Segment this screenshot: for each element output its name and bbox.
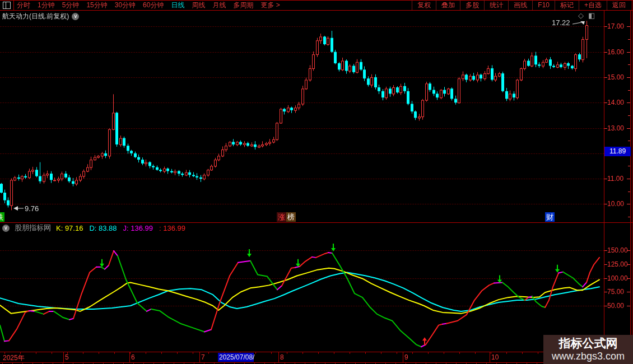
tools-menu: 复权叠加多股统计画线F10标记+自选返回 [412,0,631,10]
menu-item-60分钟[interactable]: 60分钟 [143,0,164,10]
indicator-header: ∨ 股朋指标网 K: 97.16D: 83.88J: 136.99: 136.9… [2,223,185,232]
chart-tools: ◇ ◧ [578,11,595,20]
menu-item-15分钟[interactable]: 15分钟 [86,0,107,10]
low-annotation: 9.76 [25,204,39,213]
price-axis-label: 14.00 [607,99,631,106]
menu-item-日线[interactable]: 日线 [171,0,184,10]
panel-divider-line [0,222,633,223]
chart-title: 航天动力(日线.前复权) [2,12,69,21]
date-axis-label: 7 [201,353,205,361]
menu-item-1分钟[interactable]: 1分钟 [38,0,55,10]
indicator-name: 股朋指标网 [15,223,51,233]
menu-item-多周期[interactable]: 多周期 [233,0,253,10]
price-axis-label: 17.00 [607,22,631,30]
menu-item-+自选[interactable]: +自选 [579,0,607,10]
price-axis-label: 15.00 [607,73,631,81]
period-menu: 分时1分钟5分钟15分钟30分钟60分钟日线周线月线多周期更多 > [17,0,280,10]
date-axis-label: 2025年 [3,353,25,363]
chart-title-bar: 航天动力(日线.前复权) ∨ [2,12,79,21]
menu-item-标记[interactable]: 标记 [555,0,579,10]
high-annotation: 17.22 [552,18,570,27]
chevron-down-icon[interactable]: ∨ [72,13,79,20]
chart-canvas[interactable] [0,0,633,364]
watermark-title: 指标公式网 [559,337,618,350]
right-border [632,0,632,364]
ticker-item-跌[interactable]: 跌 [0,212,4,222]
ticker-item-涨[interactable]: 涨 [277,212,286,222]
indicator-value-: : 136.99 [159,224,185,232]
date-axis-bottom-line [0,362,633,363]
price-axis-label: 16.00 [607,48,631,56]
menu-item-更多 >[interactable]: 更多 > [260,0,280,10]
menu-item-画线[interactable]: 画线 [508,0,532,10]
ticker-item-财[interactable]: 财 [545,212,555,222]
selected-date-badge: 2025/07/08/二 [218,353,254,362]
split-panel-icon[interactable]: ◧ [588,11,595,20]
menu-item-统计[interactable]: 统计 [484,0,508,10]
date-axis-label: 9 [404,353,408,361]
current-price-badge: 11.89 [604,147,631,156]
date-axis-label: 10 [491,353,499,361]
indicator-value-J: J: 136.99 [123,224,153,232]
ticker-item-榜[interactable]: 榜 [286,212,296,222]
price-axis-label: 11.00 [607,175,631,183]
top-menu-bar: 分时1分钟5分钟15分钟30分钟60分钟日线周线月线多周期更多 > 复权叠加多股… [0,0,633,10]
price-axis-label: 10.00 [607,200,631,208]
menu-item-F10[interactable]: F10 [532,0,555,10]
indicator-axis-label: 150.00 [607,246,631,254]
axis-separator-line [604,10,604,362]
menu-item-多股[interactable]: 多股 [460,0,484,10]
indicator-value-K: K: 97.16 [56,224,83,232]
menu-item-复权[interactable]: 复权 [412,0,436,10]
menu-item-叠加[interactable]: 叠加 [436,0,460,10]
indicator-axis-label: 100.00 [607,274,631,282]
indicator-chevron-icon[interactable]: ∨ [2,225,10,232]
indicator-axis-label: 75.00 [607,288,631,296]
menu-item-分时[interactable]: 分时 [17,0,30,10]
diamond-icon[interactable]: ◇ [578,11,584,20]
watermark-url: www.zbgs3.com [552,350,625,362]
menu-item-周线[interactable]: 周线 [192,0,205,10]
price-axis-label: 13.00 [607,124,631,132]
window-layout-icon [3,2,11,9]
date-axis-label: 8 [280,353,284,361]
trading-app-window: 分时1分钟5分钟15分钟30分钟60分钟日线周线月线多周期更多 > 复权叠加多股… [0,0,633,364]
indicator-value-D: D: 83.88 [89,224,117,232]
menu-item-返回[interactable]: 返回 [607,0,631,10]
indicator-axis-label: 125.00 [607,260,631,268]
menu-item-5分钟[interactable]: 5分钟 [62,0,80,10]
layout-icon-box[interactable] [0,0,14,10]
menu-divider-line [0,10,633,11]
watermark: 指标公式网 www.zbgs3.com [543,335,633,364]
date-axis-label: 5 [65,353,69,361]
indicator-axis-label: 50.00 [607,302,631,310]
indicator-values: K: 97.16D: 83.88J: 136.99: 136.99 [56,224,185,232]
menu-item-30分钟[interactable]: 30分钟 [115,0,136,10]
indicator-bottom-line [0,352,633,352]
menu-item-月线[interactable]: 月线 [212,0,226,10]
date-axis-label: 6 [131,353,135,361]
